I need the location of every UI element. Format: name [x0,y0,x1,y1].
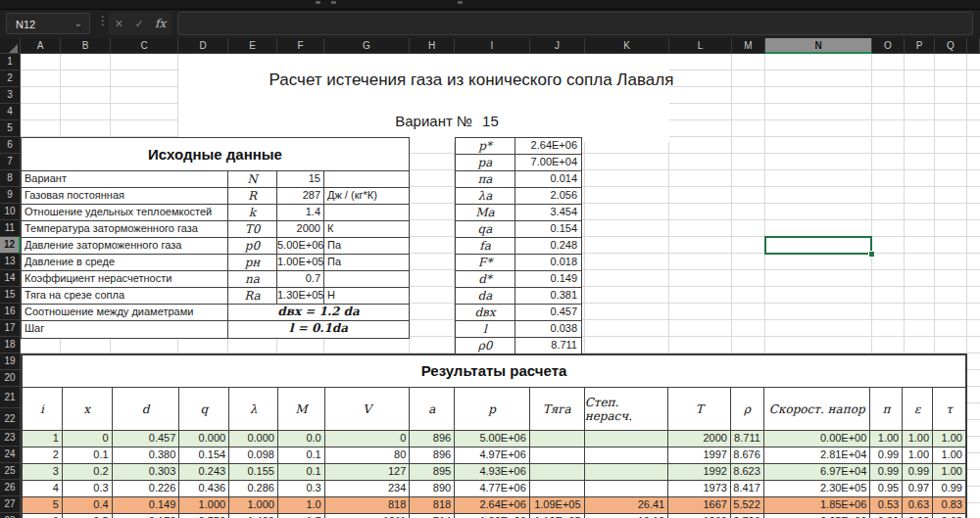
results-cell[interactable]: 896 [410,431,455,447]
results-cell[interactable]: 0.380 [113,447,180,463]
input-row-label[interactable]: Тяга на срезе сопла [22,288,228,304]
results-cell[interactable]: 0.000 [229,431,278,447]
results-header-ε[interactable]: ε [903,388,933,430]
results-cell[interactable]: 8.623 [731,464,764,480]
results-cell[interactable]: 4.97E+06 [455,447,530,463]
derived-row-symbol[interactable]: fa [456,238,515,254]
results-cell[interactable]: 1211 [325,514,411,518]
row-header-15[interactable]: 15 [0,287,21,304]
derived-row-symbol[interactable]: πa [456,171,515,187]
derived-row-symbol[interactable]: F* [456,255,515,270]
input-row-unit[interactable]: Н [324,288,409,304]
input-row-label[interactable]: Коэффициент нерасчетности [22,271,228,287]
column-header-K[interactable]: K [585,38,669,54]
input-row-value[interactable]: 1.30E+05 [277,288,324,304]
row-header-27[interactable]: 27 [0,496,21,513]
results-cell[interactable] [585,431,669,447]
results-cell[interactable]: 0.1 [278,464,325,480]
column-header-Q[interactable]: Q [935,38,967,54]
results-cell[interactable]: 0.750 [179,514,229,518]
input-row-symbol[interactable]: na [228,271,277,287]
results-cell[interactable]: 0.83 [933,497,965,513]
results-cell[interactable]: 4 [23,481,63,496]
results-cell[interactable]: 4.77E+06 [455,481,530,496]
row-header-7[interactable]: 7 [0,154,21,170]
results-cell[interactable]: 0.243 [179,464,229,480]
results-cell[interactable]: 1.7 [278,514,325,518]
results-cell[interactable] [530,431,585,447]
results-cell[interactable]: 0 [63,431,113,447]
results-header-ρ[interactable]: ρ [731,388,764,430]
column-header-F[interactable]: F [277,38,324,54]
results-cell[interactable]: 26.41 [585,497,669,513]
input-row-symbol[interactable]: p0 [228,238,277,254]
derived-row-value[interactable]: 0.149 [515,271,581,287]
results-cell[interactable]: 0.99 [870,464,903,480]
results-cell[interactable]: 0.154 [179,447,229,463]
results-cell[interactable]: 1.10E+05 [530,514,585,518]
results-cell[interactable]: 0.32 [903,514,933,518]
column-header-I[interactable]: I [455,38,530,54]
results-cell[interactable]: 0.53 [870,497,903,513]
cancel-icon[interactable]: ✕ [115,18,123,30]
row-header-26[interactable]: 26 [0,480,21,496]
input-row-value[interactable]: 1.4 [277,205,324,220]
column-header-O[interactable]: O [872,38,905,54]
results-cell[interactable]: 890 [410,481,455,496]
input-row-label[interactable]: Шаг [22,321,228,338]
results-cell[interactable]: 0.155 [229,464,278,480]
results-cell[interactable]: 818 [410,497,455,513]
input-row-value[interactable]: 287 [277,188,324,204]
results-header-x[interactable]: x [63,388,113,430]
input-row-unit[interactable] [324,271,409,287]
results-cell[interactable]: 1.00 [870,431,903,447]
column-header-C[interactable]: C [111,38,178,54]
derived-row-symbol[interactable]: da [456,288,515,304]
row-header-5[interactable]: 5 [0,120,21,137]
results-cell[interactable]: 8.417 [731,481,764,496]
input-row-label[interactable]: Вариант [22,171,228,187]
input-row-label[interactable]: Соотношение между диаметрами [22,305,228,320]
results-cell[interactable]: 1997 [668,447,731,463]
column-header-partial[interactable] [967,38,980,54]
select-all-button[interactable] [0,38,21,54]
row-header-12[interactable]: 12 [0,237,21,254]
results-cell[interactable] [530,464,585,480]
results-cell[interactable] [530,481,585,496]
input-row-value[interactable]: 5.00E+06 [277,238,324,254]
results-cell[interactable]: 895 [410,464,455,480]
results-cell[interactable]: 0.99 [903,464,933,480]
results-cell[interactable]: 1.00 [933,431,965,447]
results-cell[interactable]: 2.81E+04 [764,447,871,463]
results-header-M[interactable]: M [278,388,325,430]
enter-icon[interactable]: ✓ [134,18,143,30]
results-cell[interactable]: 127 [325,464,411,480]
results-cell[interactable]: 6.97E+04 [764,464,871,480]
results-header-τ[interactable]: τ [933,388,965,430]
results-header-d[interactable]: d [113,388,180,430]
derived-row-value[interactable]: 0.381 [515,288,581,304]
insert-function-icon[interactable]: fx [155,17,166,30]
results-cell[interactable]: 2.30E+05 [764,481,871,496]
input-row-label[interactable]: Газовая постоянная [22,188,228,204]
input-row-label[interactable]: Давление заторможенного газа [22,238,228,254]
results-cell[interactable]: 0.5 [63,514,113,518]
results-cell[interactable]: 1.85E+06 [764,497,871,513]
results-cell[interactable]: 0.1 [63,447,113,463]
row-header-6[interactable]: 6 [0,137,21,154]
derived-row-value[interactable]: 2.64E+06 [515,138,581,154]
input-row-symbol[interactable]: T0 [228,221,277,237]
input-row-label[interactable]: Отношение удельных теплоемкостей [22,205,228,220]
column-header-L[interactable]: L [669,38,732,54]
row-header-23[interactable]: 23 [0,430,21,447]
row-header-28[interactable]: 28 [0,513,21,518]
results-cell[interactable]: 0.0 [278,431,325,447]
results-table-title[interactable]: Результаты расчета [23,355,965,388]
results-cell[interactable]: 0.00E+00 [764,431,871,447]
input-row-unit[interactable]: Па [324,255,409,270]
results-cell[interactable]: 1.00 [933,447,965,463]
results-cell[interactable]: 1.480 [229,514,278,518]
formula-input[interactable] [177,12,973,35]
results-cell[interactable]: 1.0 [278,497,325,513]
results-cell[interactable]: 5.522 [731,497,764,513]
